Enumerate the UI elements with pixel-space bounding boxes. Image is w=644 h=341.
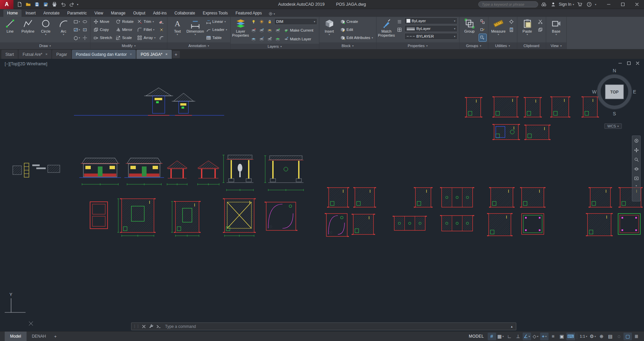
- panel-title-groups[interactable]: Groups▾: [459, 42, 488, 49]
- sign-in-button[interactable]: Sign In▾: [559, 2, 574, 7]
- polar-tracking-toggle[interactable]: ∠▾: [523, 333, 531, 340]
- cad-object-plan[interactable]: [353, 188, 376, 207]
- cad-object-planv[interactable]: [171, 201, 201, 237]
- layer-freeze-button[interactable]: [258, 27, 266, 34]
- infer-constraints-toggle[interactable]: ∟: [505, 333, 514, 340]
- minimize-button[interactable]: [602, 0, 616, 9]
- fillet-button[interactable]: Fillet▾: [136, 26, 157, 34]
- ribbon-tab-add-ins[interactable]: Add-ins: [149, 9, 170, 17]
- lineweight-select[interactable]: ByLayer▾: [404, 25, 457, 32]
- cad-object-dots[interactable]: [522, 214, 544, 234]
- panel-title-modify[interactable]: Modify▾: [90, 42, 167, 49]
- cad-object-plan[interactable]: [586, 214, 613, 236]
- view-cube[interactable]: TOPNWES: [592, 65, 637, 119]
- search-input[interactable]: [478, 1, 538, 7]
- grid-display-toggle[interactable]: #: [488, 333, 496, 340]
- layer-properties-button[interactable]: Layer Properties: [232, 17, 249, 41]
- cad-object-cross[interactable]: [29, 321, 33, 326]
- save-disk-button[interactable]: [33, 1, 41, 8]
- ortho-mode-toggle[interactable]: ⊥: [514, 333, 522, 340]
- ribbon-tab-view[interactable]: View: [91, 9, 107, 17]
- layer-match-button[interactable]: [258, 35, 266, 43]
- file-tab-pos-jaga[interactable]: POS JAGA*×: [136, 50, 171, 59]
- cad-object-planb[interactable]: [492, 124, 520, 140]
- layer-sun-button[interactable]: [258, 18, 266, 25]
- viewport-close-icon[interactable]: [635, 60, 641, 66]
- cad-object-hatchsq[interactable]: [13, 166, 22, 175]
- cad-object-hatchrect[interactable]: [48, 165, 60, 173]
- cut-button[interactable]: [537, 18, 544, 25]
- layer-bulb-button[interactable]: [250, 18, 257, 25]
- paste-button[interactable]: Paste▾: [519, 17, 536, 41]
- panel-title-clipboard[interactable]: Clipboard: [517, 42, 546, 49]
- panel-title-draw[interactable]: Draw▾: [0, 42, 90, 49]
- viewport-restore-icon[interactable]: [626, 60, 632, 66]
- cad-object-plan[interactable]: [327, 188, 349, 207]
- cad-object-house[interactable]: [124, 158, 164, 185]
- linetype-select[interactable]: BYLAYER▾: [404, 33, 457, 40]
- file-tab-pondasi-gudang-dan-kantor[interactable]: Pondasi Gudang dan Kantor×: [72, 50, 136, 59]
- dynamic-input-toggle[interactable]: ⌨: [566, 333, 575, 340]
- pal-list-button[interactable]: [396, 18, 403, 25]
- copy-clip-button[interactable]: [537, 26, 544, 33]
- layer-iso-button[interactable]: [266, 27, 274, 34]
- layer-prev-button[interactable]: [266, 35, 274, 43]
- mirror-button[interactable]: Mirror: [114, 26, 135, 34]
- cad-object-planw[interactable]: [440, 216, 474, 231]
- help-caret-icon[interactable]: ▾: [595, 3, 596, 6]
- search-binoculars-icon[interactable]: [540, 1, 548, 8]
- edit-attributes-button[interactable]: AEdit Attributes▾: [339, 34, 374, 42]
- cad-object-plan[interactable]: [520, 188, 546, 207]
- close-tab-icon[interactable]: ×: [130, 52, 132, 56]
- plot-printer-button[interactable]: [50, 1, 58, 8]
- group-button[interactable]: Group: [461, 17, 478, 41]
- match-layer-button[interactable]: Match Layer: [282, 35, 313, 43]
- snap-mode-toggle[interactable]: ▦▾: [496, 333, 505, 340]
- measure-button[interactable]: Measure▾: [490, 17, 507, 41]
- line-button[interactable]: Line: [2, 17, 18, 41]
- model-space-button[interactable]: MODEL: [466, 334, 487, 339]
- drawing-viewport[interactable]: [−][Top][2D Wireframe] TOPNWES WCS▾ ▾ Y …: [0, 59, 644, 331]
- close-tab-icon[interactable]: ×: [165, 52, 167, 56]
- ellipse-button[interactable]: [81, 18, 88, 25]
- ribbon-tab-home[interactable]: Home: [3, 9, 22, 17]
- table-button[interactable]: Table: [205, 34, 229, 42]
- trim-button[interactable]: Trim▾: [136, 17, 157, 26]
- open-folder-button[interactable]: [24, 1, 32, 8]
- command-grip[interactable]: ⋮⋮: [133, 324, 139, 329]
- quick-calc-button[interactable]: [508, 26, 515, 33]
- circle-button[interactable]: Circle▾: [37, 17, 54, 41]
- layer-off-button[interactable]: [250, 27, 257, 34]
- hatch-button[interactable]: ▾: [73, 26, 80, 33]
- command-input[interactable]: Type a command: [163, 324, 508, 329]
- nav-motion-button[interactable]: [633, 175, 640, 182]
- nav-orbit-button[interactable]: [633, 165, 640, 172]
- workspace-switching-toggle[interactable]: ⚙▾: [589, 333, 597, 340]
- polyline-button[interactable]: Polyline: [19, 17, 36, 41]
- pal-grid-button[interactable]: [396, 26, 403, 33]
- cad-object-arcplan[interactable]: [265, 202, 297, 230]
- copy-button[interactable]: Copy: [92, 26, 113, 34]
- cad-object-roofhut[interactable]: [144, 88, 173, 115]
- cad-object-plan[interactable]: [352, 214, 375, 234]
- ribbon-tab-collaborate[interactable]: Collaborate: [171, 9, 199, 17]
- rectangle-button[interactable]: ▾: [73, 18, 80, 25]
- ungroup-button[interactable]: [479, 18, 486, 25]
- panel-title-block[interactable]: Block▾: [319, 42, 376, 49]
- color-select[interactable]: ByLayer▾: [404, 17, 457, 24]
- point-button[interactable]: [81, 34, 88, 41]
- ribbon-tab-featured-apps[interactable]: Featured Apps: [232, 9, 266, 17]
- make-current-button[interactable]: Make Current: [282, 26, 315, 34]
- cad-object-planw[interactable]: [393, 216, 427, 230]
- layer-select[interactable]: DIM▾: [274, 18, 317, 25]
- units-toggle[interactable]: ▤: [606, 333, 614, 340]
- cad-object-plan[interactable]: [524, 98, 542, 117]
- cad-object-figsec[interactable]: [264, 156, 304, 191]
- panel-title-properties[interactable]: Properties▾: [376, 42, 459, 49]
- cad-object-dots[interactable]: [618, 214, 640, 234]
- id-point-button[interactable]: [508, 18, 515, 25]
- selection-cycling-toggle[interactable]: ▣: [558, 333, 566, 340]
- annotation-monitor-toggle[interactable]: ⊕: [597, 333, 606, 340]
- match-properties-button[interactable]: Match Properties: [378, 17, 395, 41]
- linear-button[interactable]: Linear▾: [205, 17, 229, 26]
